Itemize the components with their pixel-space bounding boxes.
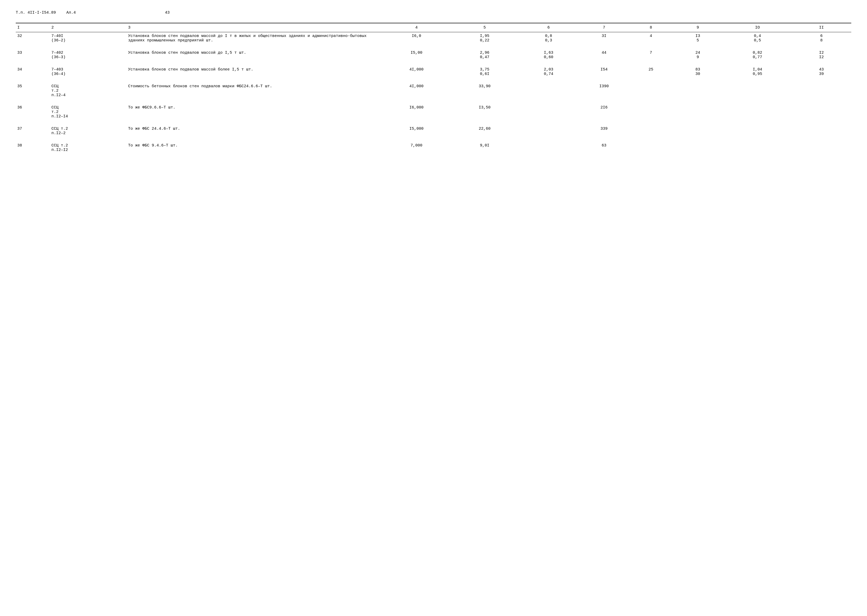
- cell-row1-col11: 68: [791, 32, 851, 44]
- cell-row1-col5: І,950,22: [451, 32, 519, 44]
- cell-row4-col8: [630, 83, 672, 99]
- table-row: 36ССЦт.2п.І2–І4То же ФБС9.6.6–Т шт.І6,00…: [16, 104, 851, 120]
- cell-row5-col10: [723, 104, 791, 120]
- cell-row6-col10: [723, 125, 791, 137]
- cell-row4-col1: 35: [16, 83, 50, 99]
- cell-row7-col1: 38: [16, 142, 50, 154]
- cell-row5-col9: [672, 104, 723, 120]
- page-header: Т.п. 4ІІ-І-І54.89 Ал.4 43: [16, 11, 851, 15]
- cell-row2-col9: 249: [672, 49, 723, 61]
- cell-row2-col2: 7–402(36–3): [50, 49, 127, 61]
- column-header-row: I 2 3 4 5 6 7 8 9 IO II: [16, 23, 851, 32]
- table-row: 337–402(36–3)Установка блоков стен подва…: [16, 49, 851, 61]
- col-header-3: 3: [127, 23, 382, 32]
- cell-row1-col3: Установка блоков стен подвалов массой до…: [127, 32, 382, 44]
- cell-row7-col10: [723, 142, 791, 154]
- cell-row6-col7: 339: [579, 125, 630, 137]
- cell-row3-col8: 25: [630, 66, 672, 78]
- cell-row4-col3: Стоимость бетонных блоков стен подвалов …: [127, 83, 382, 99]
- cell-row7-col11: [791, 142, 851, 154]
- cell-row2-col1: 33: [16, 49, 50, 61]
- cell-row1-col1: 32: [16, 32, 50, 44]
- cell-row7-col8: [630, 142, 672, 154]
- cell-row1-col2: 7–40І(36–2): [50, 32, 127, 44]
- cell-row6-col3: То же ФБС 24.4.6–Т шт.: [127, 125, 382, 137]
- row-spacer: [16, 120, 851, 125]
- row-spacer: [16, 137, 851, 142]
- cell-row3-col4: 4І,000: [382, 66, 451, 78]
- cell-row2-col3: Установка блоков стен подвалов массой до…: [127, 49, 382, 61]
- row-spacer: [16, 44, 851, 49]
- cell-row6-col8: [630, 125, 672, 137]
- col-header-1: I: [16, 23, 50, 32]
- cell-row4-col5: 33,90: [451, 83, 519, 99]
- table-row: 327–40І(36–2)Установка блоков стен подва…: [16, 32, 851, 44]
- cell-row3-col9: 8330: [672, 66, 723, 78]
- cell-row4-col10: [723, 83, 791, 99]
- cell-row6-col11: [791, 125, 851, 137]
- page-number: 43: [165, 11, 170, 15]
- cell-row7-col2: ССЦ т.2п.І2–І2: [50, 142, 127, 154]
- doc-ref: Т.п. 4ІІ-І-І54.89: [16, 11, 56, 15]
- cell-row3-col2: 7–403(36–4): [50, 66, 127, 78]
- cell-row5-col11: [791, 104, 851, 120]
- cell-row3-col3: Установка блоков стен подвалов массой бо…: [127, 66, 382, 78]
- cell-row4-col7: І390: [579, 83, 630, 99]
- cell-row3-col10: І,040,95: [723, 66, 791, 78]
- cell-row4-col11: [791, 83, 851, 99]
- cell-row2-col11: І2І2: [791, 49, 851, 61]
- table-row: 37ССЦ т.2п.І2–2То же ФБС 24.4.6–Т шт.І5,…: [16, 125, 851, 137]
- cell-row4-col2: ССЦт.2п.І2–4: [50, 83, 127, 99]
- cell-row4-col6: [519, 83, 579, 99]
- col-header-6: 6: [519, 23, 579, 32]
- cell-row6-col2: ССЦ т.2п.І2–2: [50, 125, 127, 137]
- col-header-2: 2: [50, 23, 127, 32]
- col-header-5: 5: [451, 23, 519, 32]
- cell-row7-col4: 7,000: [382, 142, 451, 154]
- cell-row3-col5: 3,750,6І: [451, 66, 519, 78]
- cell-row1-col6: 0,80,3: [519, 32, 579, 44]
- table-row: 347–403(36–4)Установка блоков стен подва…: [16, 66, 851, 78]
- col-header-4: 4: [382, 23, 451, 32]
- cell-row7-col3: То же ФБС 9.4.6–Т шт.: [127, 142, 382, 154]
- cell-row7-col9: [672, 142, 723, 154]
- row-spacer: [16, 99, 851, 104]
- cell-row6-col1: 37: [16, 125, 50, 137]
- cell-row1-col10: 0,40,5: [723, 32, 791, 44]
- col-header-8: 8: [630, 23, 672, 32]
- cell-row5-col1: 36: [16, 104, 50, 120]
- main-table: I 2 3 4 5 6 7 8 9 IO II 327–40І(36–2)Уст…: [16, 23, 851, 154]
- cell-row7-col5: 9,0І: [451, 142, 519, 154]
- cell-row5-col4: І6,000: [382, 104, 451, 120]
- cell-row5-col5: І3,50: [451, 104, 519, 120]
- cell-row2-col7: 44: [579, 49, 630, 61]
- row-spacer: [16, 61, 851, 66]
- cell-row1-col4: І6,0: [382, 32, 451, 44]
- table-row: 35ССЦт.2п.І2–4Стоимость бетонных блоков …: [16, 83, 851, 99]
- cell-row7-col6: [519, 142, 579, 154]
- cell-row4-col9: [672, 83, 723, 99]
- cell-row5-col7: 2І6: [579, 104, 630, 120]
- cell-row6-col5: 22,60: [451, 125, 519, 137]
- table-row: 38ССЦ т.2п.І2–І2То же ФБС 9.4.6–Т шт.7,0…: [16, 142, 851, 154]
- cell-row2-col10: 0,820,77: [723, 49, 791, 61]
- cell-row4-col4: 4І,000: [382, 83, 451, 99]
- cell-row3-col7: І54: [579, 66, 630, 78]
- cell-row5-col6: [519, 104, 579, 120]
- cell-row5-col3: То же ФБС9.6.6–Т шт.: [127, 104, 382, 120]
- cell-row2-col8: 7: [630, 49, 672, 61]
- col-header-7: 7: [579, 23, 630, 32]
- cell-row6-col6: [519, 125, 579, 137]
- cell-row5-col8: [630, 104, 672, 120]
- cell-row2-col4: І5,00: [382, 49, 451, 61]
- col-header-9: 9: [672, 23, 723, 32]
- cell-row1-col9: І35: [672, 32, 723, 44]
- cell-row7-col7: 63: [579, 142, 630, 154]
- cell-row2-col6: І,630,60: [519, 49, 579, 61]
- cell-row1-col8: 4: [630, 32, 672, 44]
- col-header-11: II: [791, 23, 851, 32]
- sheet-label: Ал.4: [66, 11, 76, 15]
- cell-row2-col5: 2,960,47: [451, 49, 519, 61]
- cell-row3-col1: 34: [16, 66, 50, 78]
- cell-row1-col7: 3І: [579, 32, 630, 44]
